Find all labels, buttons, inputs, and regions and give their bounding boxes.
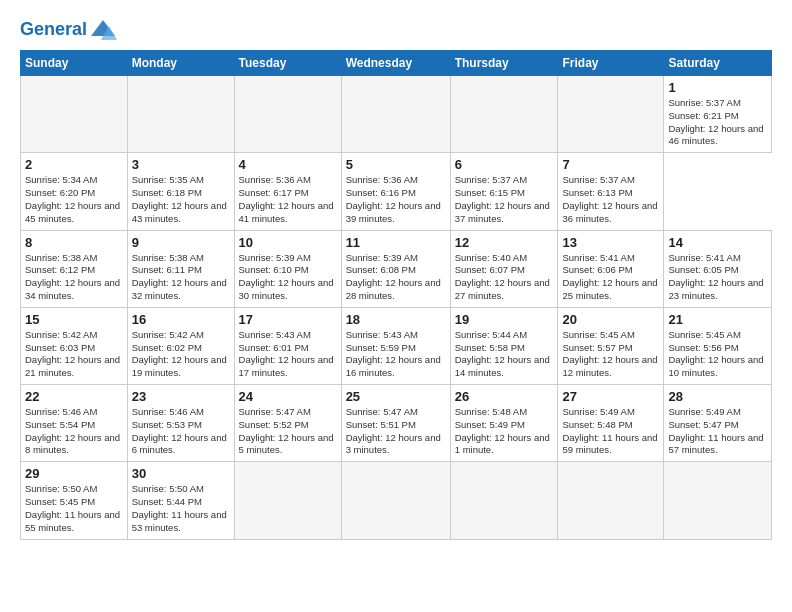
calendar-cell-18: 18Sunrise: 5:43 AMSunset: 5:59 PMDayligh… (341, 307, 450, 384)
calendar-table: SundayMondayTuesdayWednesdayThursdayFrid… (20, 50, 772, 540)
calendar-cell-empty (127, 76, 234, 153)
calendar-cell-25: 25Sunrise: 5:47 AMSunset: 5:51 PMDayligh… (341, 385, 450, 462)
calendar-cell-29: 29Sunrise: 5:50 AMSunset: 5:45 PMDayligh… (21, 462, 128, 539)
calendar-cell-24: 24Sunrise: 5:47 AMSunset: 5:52 PMDayligh… (234, 385, 341, 462)
header: General (20, 16, 772, 40)
calendar-cell-empty (341, 76, 450, 153)
col-header-tuesday: Tuesday (234, 51, 341, 76)
calendar-cell-3: 3Sunrise: 5:35 AMSunset: 6:18 PMDaylight… (127, 153, 234, 230)
calendar-cell-7: 7Sunrise: 5:37 AMSunset: 6:13 PMDaylight… (558, 153, 664, 230)
calendar-cell-13: 13Sunrise: 5:41 AMSunset: 6:06 PMDayligh… (558, 230, 664, 307)
calendar-row: 1Sunrise: 5:37 AMSunset: 6:21 PMDaylight… (21, 76, 772, 153)
calendar-cell-empty (450, 76, 558, 153)
col-header-wednesday: Wednesday (341, 51, 450, 76)
calendar-cell-15: 15Sunrise: 5:42 AMSunset: 6:03 PMDayligh… (21, 307, 128, 384)
calendar-cell-30: 30Sunrise: 5:50 AMSunset: 5:44 PMDayligh… (127, 462, 234, 539)
calendar-cell-22: 22Sunrise: 5:46 AMSunset: 5:54 PMDayligh… (21, 385, 128, 462)
calendar-cell-21: 21Sunrise: 5:45 AMSunset: 5:56 PMDayligh… (664, 307, 772, 384)
calendar-row: 2Sunrise: 5:34 AMSunset: 6:20 PMDaylight… (21, 153, 772, 230)
calendar-row: 29Sunrise: 5:50 AMSunset: 5:45 PMDayligh… (21, 462, 772, 539)
calendar-row: 15Sunrise: 5:42 AMSunset: 6:03 PMDayligh… (21, 307, 772, 384)
calendar-cell-empty (234, 462, 341, 539)
calendar-cell-2: 2Sunrise: 5:34 AMSunset: 6:20 PMDaylight… (21, 153, 128, 230)
calendar-cell-27: 27Sunrise: 5:49 AMSunset: 5:48 PMDayligh… (558, 385, 664, 462)
calendar-cell-19: 19Sunrise: 5:44 AMSunset: 5:58 PMDayligh… (450, 307, 558, 384)
calendar-cell-empty (21, 76, 128, 153)
logo: General (20, 16, 117, 40)
calendar-cell-16: 16Sunrise: 5:42 AMSunset: 6:02 PMDayligh… (127, 307, 234, 384)
calendar-row: 8Sunrise: 5:38 AMSunset: 6:12 PMDaylight… (21, 230, 772, 307)
calendar-cell-6: 6Sunrise: 5:37 AMSunset: 6:15 PMDaylight… (450, 153, 558, 230)
calendar-cell-28: 28Sunrise: 5:49 AMSunset: 5:47 PMDayligh… (664, 385, 772, 462)
calendar-cell-8: 8Sunrise: 5:38 AMSunset: 6:12 PMDaylight… (21, 230, 128, 307)
col-header-sunday: Sunday (21, 51, 128, 76)
calendar-cell-4: 4Sunrise: 5:36 AMSunset: 6:17 PMDaylight… (234, 153, 341, 230)
calendar-cell-9: 9Sunrise: 5:38 AMSunset: 6:11 PMDaylight… (127, 230, 234, 307)
calendar-cell-empty (234, 76, 341, 153)
calendar-cell-empty (664, 462, 772, 539)
calendar-cell-empty (558, 76, 664, 153)
calendar-cell-empty (341, 462, 450, 539)
col-header-friday: Friday (558, 51, 664, 76)
calendar-cell-empty (450, 462, 558, 539)
calendar-cell-12: 12Sunrise: 5:40 AMSunset: 6:07 PMDayligh… (450, 230, 558, 307)
calendar-cell-1: 1Sunrise: 5:37 AMSunset: 6:21 PMDaylight… (664, 76, 772, 153)
page: General SundayMondayTuesdayWednesdayThur… (0, 0, 792, 612)
calendar-cell-10: 10Sunrise: 5:39 AMSunset: 6:10 PMDayligh… (234, 230, 341, 307)
logo-text: General (20, 20, 87, 40)
logo-icon (89, 16, 117, 44)
calendar-cell-17: 17Sunrise: 5:43 AMSunset: 6:01 PMDayligh… (234, 307, 341, 384)
calendar-cell-26: 26Sunrise: 5:48 AMSunset: 5:49 PMDayligh… (450, 385, 558, 462)
col-header-thursday: Thursday (450, 51, 558, 76)
col-header-monday: Monday (127, 51, 234, 76)
calendar-cell-23: 23Sunrise: 5:46 AMSunset: 5:53 PMDayligh… (127, 385, 234, 462)
calendar-header-row: SundayMondayTuesdayWednesdayThursdayFrid… (21, 51, 772, 76)
calendar-cell-11: 11Sunrise: 5:39 AMSunset: 6:08 PMDayligh… (341, 230, 450, 307)
calendar-row: 22Sunrise: 5:46 AMSunset: 5:54 PMDayligh… (21, 385, 772, 462)
calendar-cell-5: 5Sunrise: 5:36 AMSunset: 6:16 PMDaylight… (341, 153, 450, 230)
col-header-saturday: Saturday (664, 51, 772, 76)
calendar-cell-empty (558, 462, 664, 539)
calendar-cell-14: 14Sunrise: 5:41 AMSunset: 6:05 PMDayligh… (664, 230, 772, 307)
calendar-cell-20: 20Sunrise: 5:45 AMSunset: 5:57 PMDayligh… (558, 307, 664, 384)
